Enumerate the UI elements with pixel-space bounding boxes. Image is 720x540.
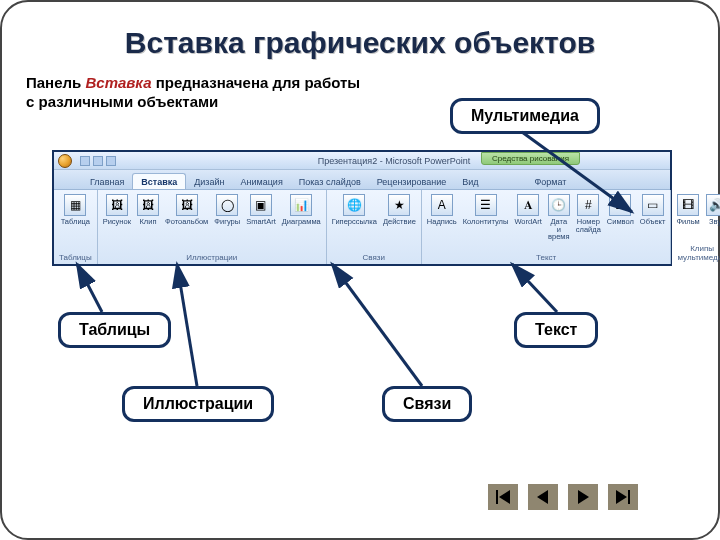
illus-item-4[interactable]: ▣SmartArt: [246, 194, 276, 226]
tab-animation[interactable]: Анимация: [233, 174, 291, 189]
tab-view[interactable]: Вид: [454, 174, 486, 189]
tables-item-0[interactable]: ▦Таблица: [61, 194, 90, 226]
tab-slideshow[interactable]: Показ слайдов: [291, 174, 369, 189]
illus-icon-0: 🖼: [106, 194, 128, 216]
svg-line-2: [512, 264, 557, 312]
links-icon-1: ★: [388, 194, 410, 216]
links-label-1: Действие: [383, 218, 416, 226]
links-icon-0: 🌐: [343, 194, 365, 216]
illus-item-5[interactable]: 📊Диаграмма: [282, 194, 321, 226]
callout-links: Связи: [382, 386, 472, 422]
tab-insert[interactable]: Вставка: [132, 173, 186, 189]
slide-nav: [488, 484, 638, 510]
group-tables: ▦Таблица Таблицы: [54, 190, 98, 264]
tab-design[interactable]: Дизайн: [186, 174, 232, 189]
text-item-5[interactable]: ΩСимвол: [607, 194, 634, 226]
window-titlebar: Презентация2 - Microsoft PowerPoint Сред…: [54, 152, 670, 170]
intro-highlight: Вставка: [85, 74, 151, 91]
group-label-media: Клипы мультимедиа: [676, 243, 720, 262]
illus-label-1: Клип: [139, 218, 156, 226]
group-label-tables: Таблицы: [59, 252, 92, 262]
text-item-1[interactable]: ☰Колонтитулы: [463, 194, 509, 226]
media-icon-0: 🎞: [677, 194, 699, 216]
nav-first-button[interactable]: [488, 484, 518, 510]
intro-pre: Панель: [26, 74, 85, 91]
group-label-text: Текст: [427, 252, 666, 262]
svg-line-4: [332, 264, 422, 386]
slide: Вставка графических объектов Панель Вста…: [0, 0, 720, 540]
group-media: 🎞Фильм🔊Звук Клипы мультимедиа: [671, 190, 720, 264]
illus-item-2[interactable]: 🖼Фотоальбом: [165, 194, 208, 226]
context-tab-title: Средства рисования: [481, 152, 580, 165]
illus-icon-5: 📊: [290, 194, 312, 216]
media-label-0: Фильм: [676, 218, 699, 226]
group-label-illus: Иллюстрации: [103, 252, 321, 262]
tables-icon-0: ▦: [64, 194, 86, 216]
ribbon-body: ▦Таблица Таблицы 🖼Рисунок🖼Клип🖼Фотоальбо…: [54, 190, 670, 264]
svg-line-3: [177, 264, 197, 386]
text-label-1: Колонтитулы: [463, 218, 509, 226]
nav-prev-button[interactable]: [528, 484, 558, 510]
illus-label-2: Фотоальбом: [165, 218, 208, 226]
svg-marker-8: [578, 490, 589, 504]
tables-label-0: Таблица: [61, 218, 90, 226]
media-item-0[interactable]: 🎞Фильм: [676, 194, 699, 226]
links-item-0[interactable]: 🌐Гиперссылка: [332, 194, 377, 226]
tab-format[interactable]: Формат: [527, 174, 575, 189]
svg-marker-7: [537, 490, 548, 504]
document-title: Презентация2 - Microsoft PowerPoint: [122, 156, 666, 166]
text-label-4: Номер слайда: [576, 218, 601, 233]
text-label-2: WordArt: [514, 218, 541, 226]
callout-tables: Таблицы: [58, 312, 171, 348]
callout-illus: Иллюстрации: [122, 386, 274, 422]
nav-last-button[interactable]: [608, 484, 638, 510]
illus-item-3[interactable]: ◯Фигуры: [214, 194, 240, 226]
text-item-3[interactable]: 🕒Дата и время: [548, 194, 570, 241]
tab-review[interactable]: Рецензирование: [369, 174, 455, 189]
illus-label-5: Диаграмма: [282, 218, 321, 226]
illus-icon-3: ◯: [216, 194, 238, 216]
nav-next-button[interactable]: [568, 484, 598, 510]
group-illustrations: 🖼Рисунок🖼Клип🖼Фотоальбом◯Фигуры▣SmartArt…: [98, 190, 327, 264]
illus-label-4: SmartArt: [246, 218, 276, 226]
svg-line-1: [77, 264, 102, 312]
text-icon-3: 🕒: [548, 194, 570, 216]
ribbon-tabs: Главная Вставка Дизайн Анимация Показ сл…: [54, 170, 670, 190]
quick-access-toolbar[interactable]: [80, 156, 116, 166]
links-item-1[interactable]: ★Действие: [383, 194, 416, 226]
text-icon-1: ☰: [475, 194, 497, 216]
text-item-4[interactable]: #Номер слайда: [576, 194, 601, 233]
illus-label-0: Рисунок: [103, 218, 131, 226]
svg-marker-9: [616, 490, 627, 504]
text-icon-0: A: [431, 194, 453, 216]
text-label-5: Символ: [607, 218, 634, 226]
svg-rect-10: [628, 490, 630, 504]
text-label-0: Надпись: [427, 218, 457, 226]
ribbon-screenshot: Презентация2 - Microsoft PowerPoint Сред…: [52, 150, 672, 266]
text-label-6: Объект: [640, 218, 666, 226]
tab-home[interactable]: Главная: [82, 174, 132, 189]
text-item-6[interactable]: ▭Объект: [640, 194, 666, 226]
callout-text: Текст: [514, 312, 598, 348]
illus-icon-4: ▣: [250, 194, 272, 216]
group-links: 🌐Гиперссылка★Действие Связи: [327, 190, 422, 264]
text-item-0[interactable]: AНадпись: [427, 194, 457, 226]
group-label-links: Связи: [332, 252, 416, 262]
intro-text: Панель Вставка предназначена для работы …: [26, 74, 366, 112]
media-item-1[interactable]: 🔊Звук: [706, 194, 720, 226]
illus-icon-1: 🖼: [137, 194, 159, 216]
svg-marker-6: [499, 490, 510, 504]
text-item-2[interactable]: 𝐀WordArt: [514, 194, 541, 226]
text-icon-5: Ω: [609, 194, 631, 216]
media-icon-1: 🔊: [706, 194, 720, 216]
svg-rect-5: [496, 490, 498, 504]
media-label-1: Звук: [709, 218, 720, 226]
text-icon-2: 𝐀: [517, 194, 539, 216]
links-label-0: Гиперссылка: [332, 218, 377, 226]
office-orb-icon[interactable]: [58, 154, 72, 168]
illus-icon-2: 🖼: [176, 194, 198, 216]
illus-item-0[interactable]: 🖼Рисунок: [103, 194, 131, 226]
illus-item-1[interactable]: 🖼Клип: [137, 194, 159, 226]
text-icon-6: ▭: [642, 194, 664, 216]
text-label-3: Дата и время: [548, 218, 570, 241]
